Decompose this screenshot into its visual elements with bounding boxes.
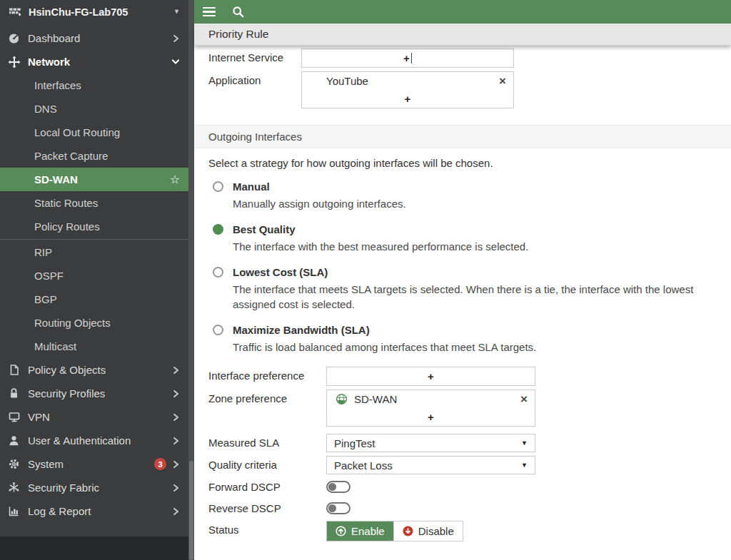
quality-criteria-label: Quality criteria [208, 456, 326, 471]
zone-preference-label: Zone preference [208, 390, 326, 404]
application-row: Application YouTube × + [208, 71, 731, 108]
strategy-instruction: Select a strategy for how outgoing inter… [208, 157, 731, 169]
strategy-description: The interface that meets SLA targets is … [233, 282, 727, 312]
measured-sla-label: Measured SLA [208, 434, 326, 449]
sidebar-item-label: Policy & Objects [28, 364, 106, 376]
chevron-down-icon [171, 58, 180, 66]
text-cursor [411, 53, 412, 63]
chevron-right-icon [172, 484, 180, 492]
sidebar-item-log-report[interactable]: Log & Report [0, 499, 188, 523]
strategy-lowest-cost: Lowest Cost (SLA) The interface that mee… [213, 266, 731, 312]
sidebar-item-interfaces[interactable]: Interfaces [0, 73, 188, 97]
strategy-maximize-bandwidth: Maximize Bandwidth (SLA) Traffic is load… [213, 324, 731, 355]
sidebar-item-label: Routing Objects [34, 317, 111, 329]
zone-preference-field[interactable]: SD-WAN × + [326, 390, 535, 427]
status-disable-button[interactable]: Disable [393, 521, 463, 541]
quality-criteria-select[interactable]: Packet Loss ▼ [326, 456, 535, 474]
radio-unselected-icon[interactable] [213, 325, 223, 335]
remove-icon[interactable]: × [499, 75, 506, 87]
monitor-icon [7, 411, 21, 423]
add-application-button[interactable]: + [302, 90, 513, 108]
remove-icon[interactable]: × [520, 393, 528, 405]
add-zone-button[interactable]: + [327, 408, 535, 426]
content-scrollbar[interactable] [188, 0, 194, 560]
strategy-manual-option[interactable]: Manual [213, 180, 731, 193]
strategy-maximize-bandwidth-option[interactable]: Maximize Bandwidth (SLA) [213, 324, 731, 336]
sidebar-item-label: Security Profiles [28, 387, 105, 399]
sidebar-item-dashboard[interactable]: Dashboard [0, 26, 188, 50]
search-icon[interactable] [232, 6, 245, 19]
status-button-group: Enable Disable [326, 521, 463, 541]
device-selector[interactable]: HsinChu-FG-Lab705 ▼ [0, 0, 188, 24]
sidebar-item-policy-routes[interactable]: Policy Routes [0, 215, 188, 238]
reverse-dscp-label: Reverse DSCP [208, 499, 326, 514]
status-row: Status Enable Disable [208, 521, 731, 541]
lock-icon [7, 387, 21, 399]
sidebar-nav: Dashboard Network Interfaces DNS Local O… [0, 26, 188, 523]
interface-preference-field[interactable]: + [326, 367, 535, 386]
strategy-lowest-cost-option[interactable]: Lowest Cost (SLA) [213, 266, 731, 278]
chevron-right-icon [172, 366, 180, 375]
globe-icon [336, 393, 348, 405]
add-internet-service-button[interactable]: + [302, 49, 513, 67]
gauge-icon [7, 32, 21, 44]
sidebar-item-routing-objects[interactable]: Routing Objects [0, 311, 188, 335]
application-field[interactable]: YouTube × + [301, 71, 514, 108]
strategy-best-quality-option[interactable]: Best Quality [213, 223, 731, 235]
sidebar-item-policy-objects[interactable]: Policy & Objects [0, 358, 188, 382]
reverse-dscp-toggle[interactable] [326, 502, 351, 514]
scrollbar-thumb[interactable] [189, 461, 193, 560]
sidebar-item-sdwan[interactable]: SD-WAN ☆ [0, 168, 188, 191]
sidebar-item-static-routes[interactable]: Static Routes [0, 191, 188, 215]
sidebar-item-security-profiles[interactable]: Security Profiles [0, 382, 188, 405]
sidebar-item-multicast[interactable]: Multicast [0, 335, 188, 358]
status-enable-button[interactable]: Enable [327, 521, 393, 541]
star-icon[interactable]: ☆ [170, 174, 180, 185]
measured-sla-select[interactable]: PingTest ▼ [326, 434, 535, 452]
status-label: Status [208, 521, 326, 536]
sidebar-item-vpn[interactable]: VPN [0, 405, 188, 429]
caret-down-icon: ▼ [521, 439, 528, 447]
document-icon [7, 364, 21, 376]
sidebar-item-user-authentication[interactable]: User & Authentication [0, 429, 188, 452]
radio-selected-icon[interactable] [213, 224, 223, 235]
application-entry-name: YouTube [326, 75, 368, 87]
sidebar-item-dns[interactable]: DNS [0, 97, 188, 121]
sidebar-item-security-fabric[interactable]: Security Fabric [0, 476, 188, 499]
sidebar-item-label: SD-WAN [34, 173, 78, 185]
sidebar-item-local-out-routing[interactable]: Local Out Routing [0, 121, 188, 144]
add-interface-button[interactable]: + [327, 367, 535, 385]
main-pane: Priority Rule Internet Service + Applica… [194, 0, 731, 560]
caret-down-icon: ▼ [173, 9, 180, 15]
quality-criteria-row: Quality criteria Packet Loss ▼ [208, 456, 731, 474]
sidebar-item-packet-capture[interactable]: Packet Capture [0, 144, 188, 168]
page-title: Priority Rule [208, 28, 268, 41]
measured-sla-value: PingTest [334, 437, 375, 449]
application-label: Application [208, 71, 301, 86]
strategy-description: Manually assign outgoing interfaces. [233, 196, 727, 211]
gear-icon [7, 458, 21, 470]
chevron-right-icon [172, 34, 180, 43]
sidebar-item-label: VPN [28, 411, 50, 423]
sidebar-item-label: User & Authentication [28, 434, 131, 447]
radio-unselected-icon[interactable] [213, 181, 223, 192]
sidebar-item-system[interactable]: System 3 [0, 452, 188, 476]
menu-icon[interactable] [201, 6, 217, 19]
measured-sla-row: Measured SLA PingTest ▼ [208, 434, 731, 452]
sidebar-item-label: DNS [34, 103, 57, 115]
internet-service-field[interactable]: + [301, 49, 514, 68]
forward-dscp-toggle[interactable] [326, 481, 351, 493]
zone-entry-name: SD-WAN [354, 393, 397, 405]
sidebar-item-bgp[interactable]: BGP [0, 287, 188, 311]
chevron-right-icon [172, 413, 180, 422]
fortigate-logo-icon [9, 6, 22, 18]
sidebar-item-label: BGP [34, 293, 57, 305]
sidebar-item-label: Static Routes [34, 197, 98, 209]
sidebar-item-ospf[interactable]: OSPF [0, 264, 188, 287]
circle-down-arrow-icon [403, 526, 413, 536]
sidebar-item-rip[interactable]: RIP [0, 240, 188, 264]
sidebar-item-network[interactable]: Network [0, 50, 188, 73]
sidebar-bottom-band [0, 536, 188, 560]
sidebar-item-label: Log & Report [28, 505, 91, 517]
radio-unselected-icon[interactable] [213, 267, 223, 278]
